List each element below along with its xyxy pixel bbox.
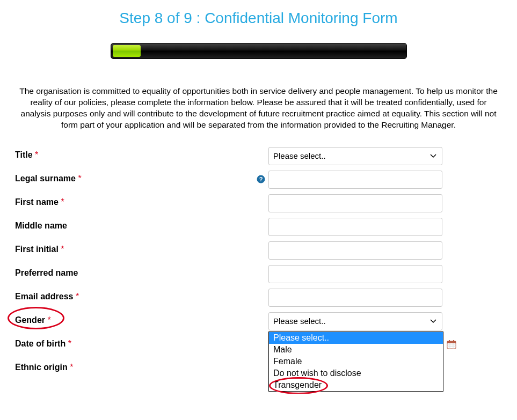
- svg-text:?: ?: [259, 176, 263, 182]
- row-email: Email address *: [15, 289, 502, 301]
- row-title: Title * Please select..: [15, 147, 502, 160]
- row-gender: Gender * Please select.. Please select..…: [15, 312, 502, 325]
- middle-name-input[interactable]: [268, 218, 442, 236]
- label-email: Email address *: [15, 289, 254, 301]
- preferred-name-input[interactable]: [268, 265, 442, 283]
- gender-option-transgender[interactable]: Transgender: [269, 379, 443, 391]
- first-initial-input[interactable]: [268, 241, 442, 260]
- label-first-name: First name *: [15, 194, 254, 207]
- progress-bar: [111, 43, 407, 59]
- label-dob-text: Date of birth: [15, 339, 65, 348]
- email-input[interactable]: [268, 289, 442, 307]
- first-name-input[interactable]: [268, 194, 442, 212]
- gender-option-do-not-wish[interactable]: Do not wish to disclose: [269, 367, 443, 379]
- gender-option-please-select[interactable]: Please select..: [269, 332, 443, 344]
- row-middle-name: Middle name: [15, 218, 502, 231]
- label-first-name-text: First name: [15, 197, 59, 207]
- required-marker: *: [68, 339, 71, 348]
- label-middle-name-text: Middle name: [15, 221, 67, 230]
- form-area: Title * Please select.. Legal surname * …: [15, 147, 502, 372]
- required-marker: *: [35, 150, 38, 159]
- row-legal-surname: Legal surname * ?: [15, 171, 502, 183]
- required-marker: *: [61, 197, 64, 207]
- required-marker: *: [47, 315, 50, 325]
- intro-text: The organisation is committed to equalit…: [15, 86, 502, 131]
- label-first-initial-text: First initial: [15, 245, 59, 254]
- label-ethnic: Ethnic origin *: [15, 359, 254, 372]
- calendar-icon[interactable]: [447, 340, 456, 349]
- label-middle-name: Middle name: [15, 218, 254, 231]
- svg-rect-3: [447, 341, 456, 343]
- label-email-text: Email address: [15, 292, 74, 301]
- required-marker: *: [76, 292, 79, 301]
- gender-select[interactable]: Please select..: [268, 312, 442, 330]
- gender-option-transgender-text: Transgender: [273, 380, 322, 389]
- required-marker: *: [78, 174, 81, 183]
- legal-surname-input[interactable]: [268, 171, 442, 189]
- required-marker: *: [70, 363, 73, 372]
- page-title: Step 8 of 9 : Confidential Monitoring Fo…: [15, 10, 502, 27]
- label-ethnic-text: Ethnic origin: [15, 363, 68, 372]
- label-preferred-name-text: Preferred name: [15, 268, 78, 277]
- label-gender-text: Gender: [15, 315, 45, 325]
- label-title-text: Title: [15, 150, 33, 159]
- gender-option-male[interactable]: Male: [269, 344, 443, 356]
- row-first-initial: First initial *: [15, 241, 502, 254]
- row-preferred-name: Preferred name: [15, 265, 502, 278]
- required-marker: *: [61, 245, 64, 254]
- label-legal-surname: Legal surname *: [15, 171, 254, 183]
- label-legal-surname-text: Legal surname: [15, 174, 76, 183]
- help-icon[interactable]: ?: [257, 175, 265, 183]
- row-first-name: First name *: [15, 194, 502, 207]
- gender-dropdown-list: Please select.. Male Female Do not wish …: [268, 331, 443, 392]
- title-select[interactable]: Please select..: [268, 147, 442, 165]
- label-first-initial: First initial *: [15, 241, 254, 254]
- gender-option-female[interactable]: Female: [269, 356, 443, 367]
- label-title: Title *: [15, 147, 254, 160]
- progress-fill: [113, 45, 141, 57]
- label-preferred-name: Preferred name: [15, 265, 254, 278]
- label-gender: Gender *: [15, 312, 254, 325]
- label-dob: Date of birth *: [15, 336, 254, 349]
